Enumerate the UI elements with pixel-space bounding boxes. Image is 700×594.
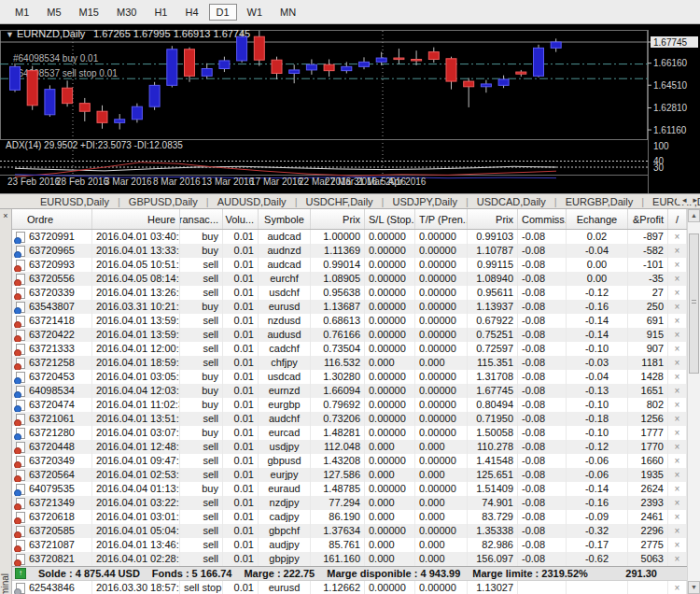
close-icon[interactable]: × [1, 211, 10, 221]
close-order-icon[interactable]: × [668, 552, 687, 566]
close-order-icon[interactable]: × [668, 356, 687, 370]
cell-symbol: nzdjpy [259, 496, 311, 510]
close-order-icon[interactable]: × [668, 342, 687, 356]
table-row[interactable]: 637206182016.04.01 03:01:13sell0.01cadjp… [12, 510, 687, 524]
column-header-0[interactable]: Ordre [12, 209, 92, 229]
table-row[interactable]: 640795352016.04.04 01:13:52buy0.01euraud… [12, 482, 687, 496]
table-row[interactable]: 637205642016.04.01 02:53:31sell0.01eurjp… [12, 468, 687, 482]
timeframe-button-h1[interactable]: H1 [147, 4, 175, 21]
chart-tab-usdchf[interactable]: USDCHF,Daily [297, 196, 381, 207]
timeframe-button-mn[interactable]: MN [273, 4, 303, 21]
column-header-10[interactable]: Echange [567, 209, 628, 229]
candle [324, 64, 334, 70]
table-row[interactable]: 637210872016.04.01 13:46:10sell0.01audjp… [12, 538, 687, 552]
close-order-icon[interactable]: × [668, 384, 687, 398]
order-id: 63543807 [29, 300, 75, 314]
column-header-11[interactable]: &Profit [628, 209, 668, 229]
timeframe-button-m30[interactable]: M30 [109, 4, 144, 21]
table-row[interactable]: 637205562016.04.05 08:14:46sell0.01eurch… [12, 272, 687, 286]
chart-collapse-icon[interactable]: ▼ [6, 30, 14, 39]
table-row[interactable]: 637213492016.04.01 03:22:29sell0.01nzdjp… [12, 496, 687, 510]
close-order-icon[interactable]: × [668, 314, 687, 328]
candle [376, 58, 386, 62]
close-order-icon[interactable]: × [668, 398, 687, 412]
order-sell-icon [16, 330, 25, 341]
terminal-panel-label[interactable]: Terminal [0, 573, 10, 594]
table-row[interactable]: 637209652016.04.01 13:33:49buy0.01audnzd… [12, 244, 687, 258]
column-header-7[interactable]: T/P (Pren... [415, 209, 468, 229]
scrollbar-thumb[interactable] [689, 233, 699, 374]
close-order-icon[interactable]: × [668, 412, 687, 426]
close-order-icon[interactable]: × [668, 468, 687, 482]
tab-scroll-left-icon[interactable]: ◂ [682, 195, 687, 205]
close-order-icon[interactable]: × [668, 230, 687, 244]
table-row[interactable]: 637214182016.04.01 13:59:56sell0.01nzdus… [12, 314, 687, 328]
close-order-icon[interactable]: × [668, 300, 687, 314]
cell-volume: 0.01 [223, 398, 259, 412]
close-order-icon[interactable]: × [668, 581, 687, 594]
chart-tab-audusd[interactable]: AUDUSD,Daily [209, 196, 295, 207]
table-scrollbar[interactable]: ▲ ▼ [687, 209, 700, 594]
chart-tab-usdjpy[interactable]: USDJPY,Daily [384, 196, 466, 207]
chart-area[interactable]: ▼EURNZD,Daily1.67265 1.67995 1.66913 1.6… [0, 24, 700, 193]
column-header-6[interactable]: S/L (Stop... [365, 209, 415, 229]
table-row[interactable]: 637203492016.04.01 09:47:58sell0.01gbpus… [12, 454, 687, 468]
timeframe-button-m5[interactable]: M5 [39, 4, 68, 21]
table-row[interactable]: 637212582016.04.01 18:59:49sell0.01chfjp… [12, 356, 687, 370]
close-order-icon[interactable]: × [668, 524, 687, 538]
chart-tab-usdcad[interactable]: USDCAD,Daily [469, 196, 554, 207]
cell-time: 2016.04.01 13:26:01 [92, 286, 180, 300]
table-row[interactable]: 637204532016.04.01 03:05:58buy0.01usdcad… [12, 370, 687, 384]
close-order-icon[interactable]: × [668, 258, 687, 272]
close-order-icon[interactable]: × [668, 286, 687, 300]
table-row[interactable]: 637204222016.04.01 13:59:57sell0.01audus… [12, 328, 687, 342]
pending-order-row[interactable]: 625438462016.03.30 18:57:50sell stop0.01… [12, 580, 687, 594]
table-row[interactable]: 637204482016.04.01 12:48:33sell0.01usdjp… [12, 440, 687, 454]
timeframe-button-m1[interactable]: M1 [7, 4, 36, 21]
timeframe-button-d1[interactable]: D1 [209, 4, 237, 21]
table-row[interactable]: 637203392016.04.01 13:26:01sell0.01usdch… [12, 286, 687, 300]
table-row[interactable]: 637204742016.04.01 11:02:37buy0.01eurgbp… [12, 398, 687, 412]
close-order-icon[interactable]: × [668, 370, 687, 384]
table-row[interactable]: 637205852016.04.01 05:04:10sell0.01gbpch… [12, 524, 687, 538]
column-header-9[interactable]: Commiss... [518, 209, 567, 229]
chart-tab-eurusd[interactable]: EURUSD,Daily [32, 196, 118, 207]
column-header-3[interactable]: Volu... [223, 209, 259, 229]
table-row[interactable]: 637210612016.04.01 13:51:51sell0.01audch… [12, 412, 687, 426]
table-row[interactable]: 637213332016.04.01 12:00:49sell0.01cadch… [12, 342, 687, 356]
table-row[interactable]: 637208212016.04.01 02:28:25sell0.01gbpjp… [12, 552, 687, 566]
candle [79, 104, 90, 112]
scroll-down-icon[interactable]: ▼ [688, 581, 700, 594]
table-row[interactable]: 637209912016.04.01 03:40:27buy0.01audcad… [12, 230, 687, 244]
timeframe-button-h4[interactable]: H4 [177, 4, 205, 21]
cell-volume: 0.01 [223, 300, 259, 314]
close-order-icon[interactable]: × [668, 440, 687, 454]
close-order-icon[interactable]: × [668, 328, 687, 342]
column-header-1[interactable]: Heure [92, 209, 180, 229]
cell-symbol: audcad [259, 230, 311, 244]
close-order-icon[interactable]: × [668, 272, 687, 286]
close-order-icon[interactable]: × [668, 426, 687, 440]
close-order-icon[interactable]: × [668, 510, 687, 524]
tab-scroll-right-icon[interactable]: ▸ [693, 195, 697, 205]
close-order-icon[interactable]: × [668, 454, 687, 468]
scroll-up-icon[interactable]: ▲ [688, 209, 700, 222]
chart-tab-eurgbp[interactable]: EURGBP,Daily [557, 196, 642, 207]
timeframe-button-m15[interactable]: M15 [72, 4, 106, 21]
candlestick-chart[interactable]: ▼EURNZD,Daily1.67265 1.67995 1.66913 1.6… [0, 24, 700, 193]
column-header-5[interactable]: Prix [311, 209, 365, 229]
column-header-8[interactable]: Prix [468, 209, 518, 229]
table-row[interactable]: 637212802016.04.01 03:07:11buy0.01eurcad… [12, 426, 687, 440]
table-row[interactable]: 637209932016.04.05 10:51:15sell0.01audca… [12, 258, 687, 272]
close-order-icon[interactable]: × [668, 538, 687, 552]
column-header-12[interactable]: / [668, 209, 687, 229]
table-row[interactable]: 635438072016.03.31 10:21:52buy0.01eurusd… [12, 300, 687, 314]
chart-tab-gbpusd[interactable]: GBPUSD,Daily [120, 196, 206, 207]
table-row[interactable]: 640985342016.04.04 12:03:53buy0.01eurnzd… [12, 384, 687, 398]
column-header-4[interactable]: Symbole [259, 209, 311, 229]
close-order-icon[interactable]: × [668, 496, 687, 510]
column-header-2[interactable]: Transac... [180, 209, 223, 229]
close-order-icon[interactable]: × [668, 244, 687, 258]
close-order-icon[interactable]: × [668, 482, 687, 496]
timeframe-button-w1[interactable]: W1 [240, 4, 271, 21]
